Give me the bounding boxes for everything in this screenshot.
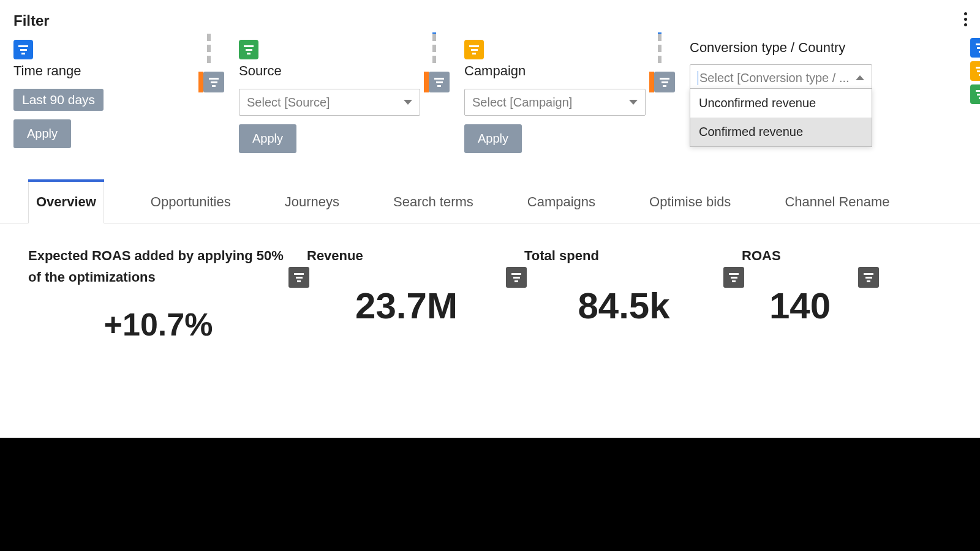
filter-divider: [649, 34, 674, 94]
kpi-title: Revenue: [307, 245, 506, 266]
filter-source: Source Select [Source] Apply: [239, 40, 450, 153]
filter-time-range: Time range Last 90 days Apply: [13, 40, 225, 148]
tab-journeys[interactable]: Journeys: [277, 181, 347, 223]
chevron-down-icon: [629, 100, 638, 105]
dropdown-option[interactable]: Unconfirmed revenue: [690, 89, 872, 118]
kpi-expected-roas: Expected ROAS added by applying 50% of t…: [28, 245, 307, 343]
tab-channel-rename[interactable]: Channel Rename: [777, 181, 897, 223]
more-options-button[interactable]: [958, 10, 973, 28]
filter-icon[interactable]: [970, 61, 980, 81]
filter-icon[interactable]: [970, 38, 980, 58]
page-title: Filter: [13, 12, 50, 29]
tab-overview[interactable]: Overview: [28, 181, 104, 223]
filter-label: Source: [239, 63, 450, 79]
filter-settings-icon[interactable]: [429, 72, 450, 92]
filter-icon: [239, 40, 258, 59]
tab-search-terms[interactable]: Search terms: [386, 181, 481, 223]
apply-button[interactable]: Apply: [13, 119, 71, 148]
tab-campaigns[interactable]: Campaigns: [520, 181, 603, 223]
filter-icon: [464, 40, 484, 59]
filter-icon[interactable]: [970, 84, 980, 104]
kpi-title: Total spend: [524, 245, 723, 266]
filter-settings-icon[interactable]: [654, 72, 675, 92]
kpi-total-spend: Total spend 84.5k: [524, 245, 742, 343]
kpi-value: 23.7M: [307, 285, 506, 327]
kpi-roas: ROAS 140: [742, 245, 876, 343]
time-range-chip[interactable]: Last 90 days: [13, 89, 104, 111]
filter-label: Time range: [13, 63, 225, 79]
filter-divider: [424, 34, 448, 94]
kpi-value: +10.7%: [28, 306, 288, 343]
kpi-title: ROAS: [742, 245, 858, 266]
kpi-value: 140: [742, 285, 858, 327]
apply-button[interactable]: Apply: [464, 124, 522, 153]
edge-filter-badges: [970, 38, 980, 104]
filter-settings-icon[interactable]: [203, 72, 224, 92]
kpi-title: Expected ROAS added by applying 50% of t…: [28, 245, 288, 288]
chevron-up-icon: [856, 75, 864, 80]
filter-label: Campaign: [464, 63, 676, 79]
tab-bar: Overview Opportunities Journeys Search t…: [0, 181, 980, 223]
kpi-filter-icon[interactable]: [723, 267, 744, 288]
kpi-filter-icon[interactable]: [288, 267, 309, 288]
tab-opportunities[interactable]: Opportunities: [143, 181, 238, 223]
campaign-select[interactable]: Select [Campaign]: [464, 89, 646, 116]
kpi-filter-icon[interactable]: [858, 267, 879, 288]
apply-button[interactable]: Apply: [239, 124, 296, 153]
filter-label: Conversion type / Country: [690, 40, 901, 56]
kpi-filter-icon[interactable]: [506, 267, 527, 288]
chevron-down-icon: [404, 100, 412, 105]
kpi-value: 84.5k: [524, 285, 723, 327]
conversion-select[interactable]: Select [Conversion type / ...: [690, 64, 872, 91]
select-placeholder: Select [Campaign]: [472, 96, 572, 110]
select-placeholder: Select [Conversion type / ...: [698, 71, 850, 85]
source-select[interactable]: Select [Source]: [239, 89, 420, 116]
conversion-dropdown: Unconfirmed revenue Confirmed revenue: [690, 88, 872, 147]
tab-optimise-bids[interactable]: Optimise bids: [642, 181, 738, 223]
filter-icon: [13, 40, 33, 59]
filter-divider: [198, 34, 223, 94]
kpi-row: Expected ROAS added by applying 50% of t…: [28, 245, 968, 343]
select-placeholder: Select [Source]: [247, 96, 330, 110]
filter-campaign: Campaign Select [Campaign] Apply: [464, 40, 676, 153]
kpi-revenue: Revenue 23.7M: [307, 245, 524, 343]
dropdown-option[interactable]: Confirmed revenue: [690, 118, 872, 146]
bottom-band: [0, 438, 980, 551]
